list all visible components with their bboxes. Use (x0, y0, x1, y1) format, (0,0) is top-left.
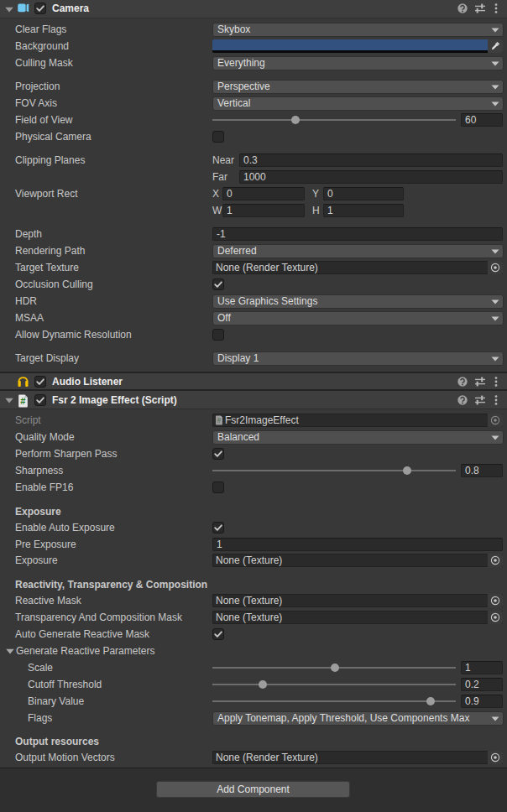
svg-text:#: # (20, 396, 26, 406)
svg-text:#: # (217, 416, 222, 424)
